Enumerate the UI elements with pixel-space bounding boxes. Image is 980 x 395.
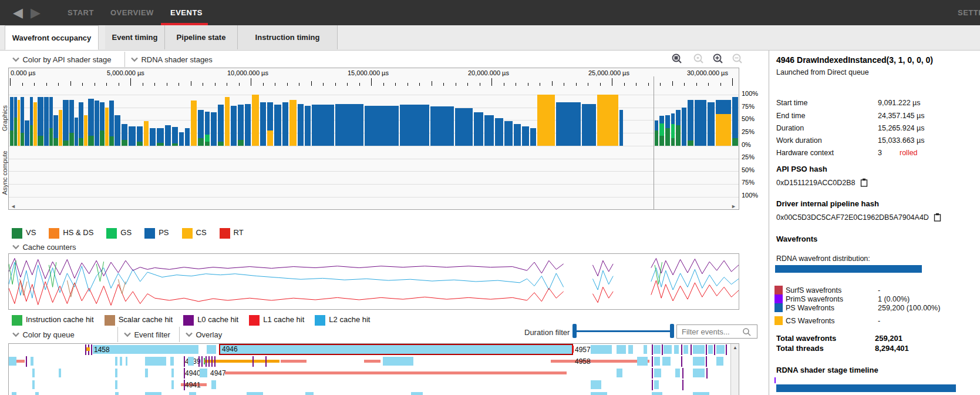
event-block[interactable]	[145, 369, 148, 377]
occupancy-bar	[688, 140, 693, 146]
event-block[interactable]	[617, 369, 622, 377]
nav-tab-events[interactable]: EVENTS	[170, 0, 203, 25]
tab-pipeline-state[interactable]: Pipeline state	[165, 25, 238, 49]
event-block[interactable]	[171, 369, 174, 377]
total-value: 259,201	[875, 334, 902, 343]
event-block[interactable]	[207, 345, 216, 354]
event-block[interactable]	[591, 380, 601, 389]
occupancy-bar	[671, 124, 675, 138]
tab-event-timing[interactable]: Event timing	[105, 25, 165, 49]
copy-icon[interactable]	[860, 178, 868, 189]
event-block[interactable]	[628, 345, 633, 354]
ruler-tick	[636, 83, 637, 86]
forward-arrow-icon[interactable]: ▶	[31, 0, 41, 25]
chart-scroll-left-icon[interactable]: ◄	[11, 203, 16, 209]
event-block[interactable]	[32, 380, 35, 389]
events-timeline[interactable]: 14584946495749394958494049474941▲	[8, 343, 739, 395]
event-block[interactable]	[662, 357, 671, 366]
chart-scroll-right-icon[interactable]: ►	[731, 203, 736, 209]
back-arrow-icon[interactable]: ◀	[13, 0, 23, 25]
event-block[interactable]	[188, 357, 194, 366]
event-block[interactable]	[247, 392, 263, 395]
zoom-to-selection-icon[interactable]	[671, 53, 683, 65]
duration-filter-track[interactable]	[576, 330, 671, 332]
event-block[interactable]	[693, 357, 705, 366]
ruler-tick	[167, 83, 167, 86]
event-block[interactable]	[32, 369, 35, 377]
event-block[interactable]	[126, 357, 127, 366]
overlay-dropdown[interactable]: Overlay	[185, 329, 222, 340]
event-block[interactable]	[145, 357, 166, 366]
event-block[interactable]	[708, 345, 713, 354]
cache-counters-header[interactable]: Cache counters	[12, 242, 76, 252]
event-block[interactable]	[716, 345, 725, 354]
event-block[interactable]	[120, 357, 122, 366]
wavefront-occupancy-chart[interactable]: 0.000 µs5,000.000 µs10,000.000 µs15,000.…	[8, 68, 739, 210]
color-by-queue-label: Color by queue	[22, 330, 74, 339]
event-id-label[interactable]: 4958	[575, 357, 591, 366]
event-block[interactable]	[617, 345, 626, 354]
event-block[interactable]	[654, 369, 661, 377]
event-id-label[interactable]: 4947	[210, 369, 226, 377]
event-block[interactable]	[115, 392, 119, 395]
event-block[interactable]	[693, 345, 705, 354]
event-block[interactable]	[8, 357, 16, 366]
zoom-in-icon[interactable]	[712, 53, 724, 65]
copy-icon[interactable]	[934, 213, 941, 223]
event-block[interactable]	[654, 345, 661, 354]
event-id-label[interactable]: 4941	[185, 381, 201, 389]
event-block[interactable]	[652, 392, 662, 395]
event-block[interactable]	[171, 380, 174, 389]
event-block[interactable]	[305, 392, 314, 395]
event-block[interactable]	[674, 345, 679, 354]
selected-event-block[interactable]: 4946	[219, 344, 573, 355]
occupancy-bar	[205, 112, 210, 135]
event-block[interactable]	[591, 345, 612, 354]
nav-tab-overview[interactable]: OVERVIEW	[110, 0, 154, 25]
event-block[interactable]	[35, 392, 39, 395]
event-block[interactable]	[211, 380, 216, 389]
event-block[interactable]	[115, 380, 117, 389]
tab-wavefront-occupancy[interactable]: Wavefront occupancy	[5, 25, 99, 50]
event-block[interactable]	[115, 357, 117, 366]
event-id-label[interactable]: 4957	[575, 346, 591, 354]
event-block[interactable]	[591, 392, 607, 395]
shader-stages-dropdown[interactable]: RDNA shader stages	[130, 54, 213, 65]
duration-filter-handle-left[interactable]	[572, 324, 577, 338]
scroll-up-icon[interactable]: ▲	[731, 344, 739, 352]
event-block[interactable]	[170, 357, 174, 366]
nav-tab-start[interactable]: START	[68, 0, 94, 25]
event-block[interactable]	[637, 357, 648, 366]
settings-tab[interactable]: SETTINGS	[958, 0, 980, 25]
event-block[interactable]	[716, 357, 723, 366]
occupancy-bar	[198, 138, 204, 146]
cache-counters-chart[interactable]	[8, 253, 739, 310]
event-filter-dropdown[interactable]: Event filter	[123, 329, 170, 340]
event-block[interactable]	[59, 369, 61, 377]
event-block[interactable]	[664, 345, 672, 354]
duration-filter-handle-right[interactable]	[670, 324, 674, 338]
event-block[interactable]	[654, 380, 659, 389]
color-by-dropdown[interactable]: Color by API shader stage	[12, 54, 111, 65]
events-scrollbar[interactable]: ▲	[730, 344, 739, 395]
event-block[interactable]	[683, 345, 688, 354]
color-by-queue-dropdown[interactable]: Color by queue	[12, 329, 75, 340]
event-block[interactable]	[145, 392, 161, 395]
event-block[interactable]	[644, 345, 647, 354]
event-block[interactable]	[383, 357, 413, 366]
event-block[interactable]	[12, 392, 16, 395]
event-block[interactable]	[675, 369, 680, 377]
event-block[interactable]	[693, 369, 705, 377]
event-block[interactable]: 1458	[93, 345, 198, 354]
zoom-out-icon	[732, 53, 743, 65]
event-block[interactable]	[189, 392, 196, 395]
tab-instruction-timing[interactable]: Instruction timing	[238, 25, 338, 49]
event-block[interactable]	[31, 357, 33, 366]
ruler-tick	[564, 83, 564, 86]
event-block[interactable]	[411, 392, 423, 395]
event-id-label[interactable]: 4940	[185, 369, 201, 377]
event-block[interactable]	[693, 392, 709, 395]
event-block[interactable]	[654, 357, 660, 366]
event-block[interactable]	[200, 369, 207, 377]
event-block[interactable]	[115, 369, 117, 377]
